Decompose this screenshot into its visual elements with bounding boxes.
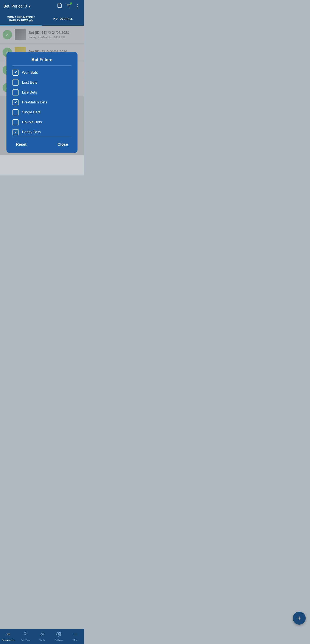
checkbox-live-bets[interactable]	[12, 90, 18, 96]
filter-item-single-bets[interactable]: Single Bets	[12, 109, 71, 115]
filter-label-live-bets: Live Bets	[22, 90, 37, 94]
calendar-icon[interactable]	[57, 3, 62, 10]
filter-active-badge	[70, 2, 72, 4]
filter-label-single-bets: Single Bets	[22, 110, 40, 114]
checkbox-won-bets[interactable]	[12, 70, 18, 76]
header-icons: ⋮	[57, 3, 80, 10]
close-button[interactable]: Close	[54, 142, 71, 148]
modal-title: Bet Filters	[12, 57, 71, 62]
filter-label-won-bets: Won Bets	[22, 70, 38, 75]
reset-button[interactable]: Reset	[12, 142, 30, 148]
dropdown-icon[interactable]: ▾	[29, 4, 30, 8]
header-left: Bet. Period: 0 ▾	[3, 4, 30, 8]
overall-check-icon: ✔✔	[53, 17, 58, 20]
svg-rect-4	[58, 6, 59, 6]
tabs-bar: WON / PRE-MATCH / PARLAY BETS (4) ✔✔ OVE…	[0, 12, 84, 26]
checkbox-pre-match-bets[interactable]	[12, 99, 18, 106]
checkbox-single-bets[interactable]	[12, 109, 18, 115]
modal-divider-bottom	[12, 137, 71, 137]
filter-item-pre-match-bets[interactable]: Pre-Match Bets	[12, 99, 71, 106]
filter-item-live-bets[interactable]: Live Bets	[12, 90, 71, 96]
tab-overall[interactable]: ✔✔ OVERALL	[42, 12, 84, 26]
bet-filters-modal: Bet Filters Won Bets Lost Bets Live Bets…	[6, 52, 77, 153]
filter-label-pre-match-bets: Pre-Match Bets	[22, 100, 47, 104]
filter-item-won-bets[interactable]: Won Bets	[12, 70, 71, 76]
checkbox-lost-bets[interactable]	[12, 80, 18, 86]
filter-item-lost-bets[interactable]: Lost Bets	[12, 80, 71, 86]
filter-item-parlay-bets[interactable]: Parlay Bets	[12, 129, 71, 135]
filter-item-double-bets[interactable]: Double Bets	[12, 119, 71, 125]
filter-icon-wrap[interactable]	[66, 3, 71, 9]
content-area: ✓ Bet [ID: 11] @ 24/02/2021 Parlay, Pre-…	[0, 26, 84, 156]
checkbox-parlay-bets[interactable]	[12, 129, 18, 135]
more-options-icon[interactable]: ⋮	[75, 3, 80, 9]
filter-label-parlay-bets: Parlay Bets	[22, 130, 41, 134]
filter-label-double-bets: Double Bets	[22, 120, 42, 124]
page-wrapper: Bet. Period: 0 ▾	[0, 0, 84, 175]
modal-divider-top	[12, 66, 71, 66]
tab-won-pre-match-parlay[interactable]: WON / PRE-MATCH / PARLAY BETS (4)	[0, 12, 42, 26]
checkbox-double-bets[interactable]	[12, 119, 18, 125]
bet-period-label: Bet. Period: 0	[3, 4, 27, 8]
header: Bet. Period: 0 ▾	[0, 0, 84, 12]
filter-label-lost-bets: Lost Bets	[22, 80, 37, 85]
modal-actions: Reset Close	[12, 142, 71, 148]
svg-rect-5	[59, 6, 60, 6]
